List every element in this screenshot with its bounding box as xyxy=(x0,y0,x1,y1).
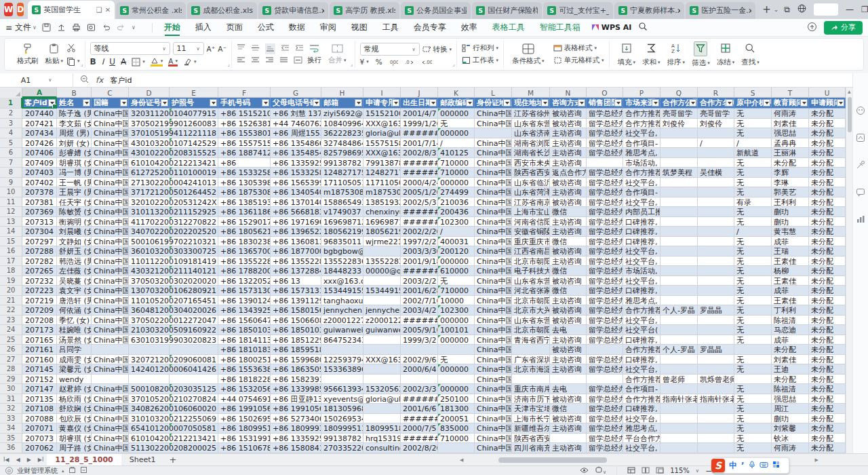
header-cell-H[interactable]: 邮箱 xyxy=(321,98,363,109)
cell-F23[interactable]: +86 15606475 xyxy=(218,316,271,326)
globe-icon[interactable] xyxy=(797,4,806,15)
cell-B6[interactable]: 彭睿婧 (女 xyxy=(57,148,92,158)
cell-K21[interactable]: 10000 xyxy=(438,296,475,306)
cell-N24[interactable]: 去电 xyxy=(550,325,587,335)
system-name[interactable]: 业财管理系统 xyxy=(17,466,58,475)
cell-D16[interactable]: 360103200303300725 xyxy=(129,246,170,256)
cell-H28[interactable]: 153363896 xyxy=(321,364,363,375)
cell-F7[interactable]: +86 xyxy=(218,158,271,168)
cell-P30[interactable]: 合作项目- xyxy=(623,384,660,394)
cell-E34[interactable] xyxy=(170,423,218,434)
cell-H3[interactable]: 108409964 xyxy=(321,119,363,129)
row-number-19[interactable]: 19 xyxy=(0,276,22,286)
row-number-14[interactable]: 14 xyxy=(0,227,22,237)
cell-C22[interactable]: China中国 xyxy=(92,305,129,316)
cell-I18[interactable]: 00000@qq xyxy=(363,266,401,276)
cell-E16[interactable] xyxy=(170,246,218,256)
cell-C24[interactable]: China中国 xyxy=(92,325,129,335)
cell-C16[interactable]: China中国 xyxy=(92,246,129,256)
cell-Q11[interactable] xyxy=(660,197,698,208)
cell-E3[interactable] xyxy=(170,119,218,129)
cell-R32[interactable] xyxy=(698,404,734,414)
cell-T24[interactable]: 马恋迪 xyxy=(772,325,809,335)
cell-O9[interactable]: 留学总经办 xyxy=(587,178,623,188)
cell-T13[interactable]: 蒯玏 xyxy=(772,217,809,227)
cell-B36[interactable]: 周子路 (女 xyxy=(57,443,92,453)
cell-O14[interactable]: 留学总经办 xyxy=(587,227,623,237)
cell-I22[interactable]: jennychen xyxy=(363,305,401,316)
cell-O13[interactable]: 留学总经办 xyxy=(587,217,623,227)
undo-icon[interactable] xyxy=(102,23,111,32)
filter-dropdown-icon[interactable] xyxy=(652,99,659,107)
column-header-A[interactable]: A xyxy=(22,88,57,98)
cell-M26[interactable] xyxy=(512,345,550,355)
cell-K14[interactable]: / xyxy=(438,227,475,237)
cell-C26[interactable] xyxy=(92,345,129,355)
cell-G10[interactable]: +86 13405409881 xyxy=(271,187,321,197)
cell-N32[interactable]: 微信 xyxy=(550,404,587,414)
cell-T2[interactable]: 何雨涛 xyxy=(772,109,809,119)
cell-E18[interactable] xyxy=(170,266,218,276)
font-size-select[interactable]: 11∨ xyxy=(173,42,204,55)
cell-N23[interactable]: 被动咨询 xyxy=(550,316,587,326)
cell-S33[interactable]: 无 xyxy=(734,414,772,424)
header-cell-E[interactable]: 护照号 xyxy=(170,98,218,109)
cell-D21[interactable]: 110105200207165451 xyxy=(129,296,170,306)
cell-S12[interactable]: 无 xyxy=(734,207,772,217)
cell-M8[interactable]: 陕西省西安 xyxy=(512,168,550,178)
cell-U20[interactable]: 未分配 xyxy=(809,286,846,296)
row-number-5[interactable]: 5 xyxy=(0,138,22,149)
fx-icon[interactable]: fx xyxy=(96,75,103,85)
cell-H25[interactable]: 864752343 xyxy=(321,335,363,345)
cell-K16[interactable]: 200120 xyxy=(438,246,475,256)
cell-L13[interactable]: China中国 xyxy=(475,217,512,227)
justify-icon[interactable] xyxy=(279,56,288,66)
cell-N22[interactable]: 被动咨询 xyxy=(550,305,587,316)
cell-U7[interactable]: 未分配 xyxy=(809,158,846,168)
cell-M13[interactable]: 河南省信阳 xyxy=(512,217,550,227)
cell-G31[interactable]: +86 田亚静1395 xyxy=(271,394,321,404)
cell-J2[interactable]: 2001/4/7 xyxy=(401,109,438,119)
cell-J13[interactable]: ######## xyxy=(401,217,438,227)
cell-M22[interactable]: 北京市大兴 xyxy=(512,305,550,316)
filter-dropdown-icon[interactable] xyxy=(541,99,549,107)
cell-R14[interactable] xyxy=(698,227,734,237)
cell-K35[interactable]: 710000 xyxy=(438,434,475,444)
cell-Q23[interactable] xyxy=(660,316,698,326)
row-number-36[interactable]: 36 xyxy=(0,443,22,453)
cell-P20[interactable]: 口碑推荐, xyxy=(623,286,660,296)
cell-L2[interactable]: China中国 xyxy=(475,109,512,119)
header-cell-O[interactable]: 销售团队 xyxy=(587,98,623,109)
row-number-17[interactable]: 17 xyxy=(0,256,22,267)
cell-U21[interactable]: 未分配 xyxy=(809,296,846,306)
cell-S13[interactable]: 无 xyxy=(734,217,772,227)
cell-I29[interactable] xyxy=(363,375,401,385)
cell-L35[interactable]: China中国 xyxy=(475,434,512,444)
cell-M30[interactable]: 重庆市南岸 xyxy=(512,384,550,394)
export-icon[interactable] xyxy=(57,23,66,32)
cell-K17[interactable]: 000000 xyxy=(438,256,475,267)
row-number-35[interactable]: 35 xyxy=(0,434,22,444)
cell-O15[interactable]: 留学总经办 xyxy=(587,237,623,247)
cell-C34[interactable]: China中国 xyxy=(92,423,129,434)
cell-N18[interactable]: 微信 xyxy=(550,266,587,276)
cell-T11[interactable]: 王利利 xyxy=(772,197,809,208)
cell-D26[interactable] xyxy=(129,345,170,355)
cell-O26[interactable] xyxy=(587,345,623,355)
next-sheet-button[interactable]: ▶ xyxy=(24,457,35,463)
cell-A18[interactable]: 207265 xyxy=(22,266,57,276)
cell-U15[interactable]: 未分配 xyxy=(809,237,846,247)
cell-K12[interactable]: 200436 xyxy=(438,207,475,217)
filter-dropdown-icon[interactable] xyxy=(429,99,437,107)
cell-M35[interactable]: 陕西省西安 xyxy=(512,434,550,444)
row-number-11[interactable]: 11 xyxy=(0,197,22,208)
cell-M16[interactable]: 江西省南昌 xyxy=(512,246,550,256)
row-number-4[interactable]: 4 xyxy=(0,128,22,138)
cell-I30[interactable]: 153205639 xyxy=(363,384,401,394)
cell-U25[interactable]: 未分配 xyxy=(809,335,846,345)
column-header-H[interactable]: H xyxy=(321,88,363,98)
clipboard-dialog-launcher[interactable]: ⌟ xyxy=(81,61,83,67)
cell-M4[interactable]: 山东省济南 xyxy=(512,128,550,138)
row-number-7[interactable]: 7 xyxy=(0,158,22,168)
alignment-dialog-launcher[interactable]: ⌟ xyxy=(351,61,353,67)
